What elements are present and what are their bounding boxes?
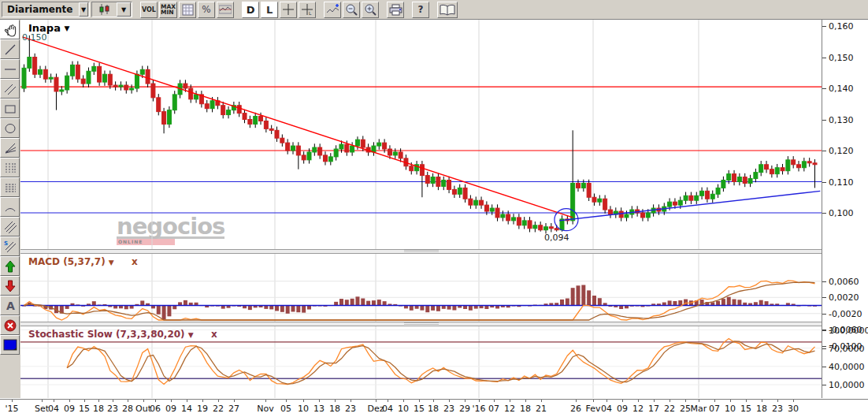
axis-tick [351, 400, 351, 402]
log-scale-button[interactable]: L [261, 2, 278, 18]
axis-tick [465, 400, 466, 402]
axis-tick [335, 400, 336, 402]
chevron-down-icon[interactable]: ▼ [109, 259, 114, 266]
color-swatch[interactable] [0, 335, 20, 355]
time-axis-label: 15 [740, 404, 751, 414]
axis-tick-label: 0,110 [829, 177, 854, 188]
fib-time-zones-tool[interactable] [0, 158, 20, 177]
documentation-button[interactable] [437, 2, 458, 18]
time-axis-label: '16 [472, 404, 485, 414]
text-tool[interactable]: A [0, 296, 20, 315]
axis-tick [576, 400, 577, 402]
daily-button[interactable]: D [242, 2, 259, 18]
axis-tick [525, 400, 526, 402]
chart-type-dropdown[interactable]: ▼ [91, 2, 132, 17]
macd-panel-title: MACD (5,37,7) ▼ x [28, 256, 138, 267]
time-axis-label: 18 [428, 404, 439, 414]
speed-resistance-tool[interactable]: S [0, 236, 20, 256]
main-chart-canvas[interactable] [20, 20, 822, 249]
chevron-down-icon[interactable]: ▼ [64, 24, 69, 32]
ellipse-tool[interactable] [0, 118, 20, 138]
time-axis-label: 07 [709, 404, 720, 414]
time-axis-label: '15 [5, 404, 18, 414]
macd-panel-canvas[interactable] [20, 254, 822, 322]
axis-tick [822, 281, 826, 282]
printer-icon [389, 4, 402, 16]
charting-application: Diariamente ▼ ▼ VOL MAXMIN % D L L ? SA [0, 0, 868, 417]
time-axis-label: 26 [570, 404, 581, 414]
time-axis-label: 25 [680, 404, 691, 414]
chevron-down-icon[interactable]: ▼ [117, 2, 131, 17]
arrow-up-marker-tool[interactable] [0, 256, 20, 276]
trendline-tool[interactable] [0, 39, 20, 59]
zoom-in-button[interactable] [362, 2, 379, 18]
stochastic-close-button[interactable]: x [211, 329, 217, 340]
price-axis: 0,1600,1500,1400,1300,1200,1100,1000,006… [822, 20, 868, 398]
axis-tick [12, 400, 13, 402]
delete-tool-icon [3, 318, 17, 333]
axis-tick [762, 400, 762, 402]
percent-label: % [202, 4, 210, 15]
axis-tick [403, 400, 404, 402]
grid-icon [182, 4, 194, 16]
fib-retracement-tool[interactable] [0, 177, 20, 197]
add-study-button[interactable] [324, 2, 341, 18]
arrow-down-marker-tool-icon [3, 279, 17, 293]
zoom-out-button[interactable] [343, 2, 360, 18]
arc-tool[interactable] [0, 197, 20, 217]
axis-tick [638, 400, 639, 402]
horizontal-line-tool[interactable] [0, 59, 20, 79]
fan-lines-tool[interactable] [0, 138, 20, 158]
parallel-lines-tool[interactable] [0, 79, 20, 99]
daily-label: D [247, 4, 255, 16]
arrow-up-marker-tool-icon [3, 259, 17, 274]
time-axis-label: 23 [107, 404, 118, 414]
chevron-down-icon[interactable]: ▼ [188, 331, 194, 339]
axis-tick-label: 0,160 [829, 21, 854, 32]
grid-toggle-button[interactable] [179, 2, 196, 18]
indicator-window-button[interactable] [217, 2, 234, 18]
time-axis: '15Set040915182328Out060914192227Nov0510… [0, 399, 868, 417]
axis-tick [510, 400, 510, 402]
time-axis-label: 15 [79, 404, 90, 414]
axis-tick [433, 400, 434, 402]
time-axis-label: 23 [772, 404, 783, 414]
time-axis-label: 10 [298, 404, 309, 414]
axis-tick [54, 400, 54, 402]
crosshair-button[interactable] [280, 2, 297, 18]
axis-tick [319, 400, 320, 402]
axis-tick-label: 0,140 [829, 84, 854, 94]
axis-tick [479, 400, 480, 402]
axis-tick [155, 400, 156, 402]
axis-tick [822, 385, 826, 385]
chevron-down-icon[interactable]: ▼ [79, 2, 88, 17]
percent-scale-button[interactable]: % [198, 2, 215, 18]
svg-text:S: S [4, 240, 8, 247]
axis-tick [793, 400, 794, 402]
time-axis-label: Set [35, 404, 49, 414]
rectangle-tool[interactable] [0, 99, 20, 118]
fib-retracement-tool-icon [3, 181, 17, 195]
time-axis-label: 10 [398, 404, 409, 414]
axis-tick [822, 330, 826, 331]
crosshair-data-button[interactable]: L [299, 2, 316, 18]
fib-time-zones-tool-icon [3, 161, 17, 175]
time-axis-label: Fev [585, 404, 600, 414]
delete-tool[interactable] [0, 315, 20, 335]
max-min-button[interactable]: MAXMIN [159, 2, 177, 18]
crosshair-l-icon: L [301, 3, 313, 16]
crosshair-icon [282, 3, 295, 16]
axis-tick [494, 400, 495, 402]
help-button[interactable]: ? [412, 2, 429, 18]
print-button[interactable] [387, 2, 404, 18]
pan-hand-tool[interactable] [0, 20, 20, 39]
ellipse-tool-icon [3, 121, 17, 136]
volume-button[interactable]: VOL [140, 2, 158, 18]
axis-tick [98, 400, 99, 402]
axis-tick [419, 400, 420, 402]
period-dropdown[interactable]: Diariamente ▼ [2, 2, 90, 17]
axis-tick [234, 400, 235, 402]
speed-lines-tool[interactable] [0, 217, 20, 236]
arrow-down-marker-tool[interactable] [0, 276, 20, 296]
macd-close-button[interactable]: x [132, 256, 138, 267]
